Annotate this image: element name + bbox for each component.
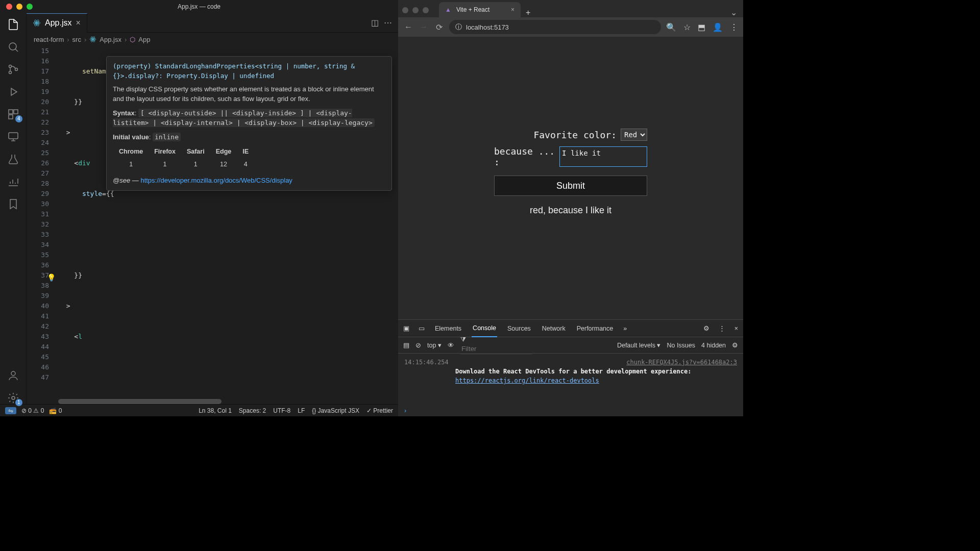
bookmark-icon[interactable] xyxy=(7,198,19,210)
favorite-color-label: Favorite color: xyxy=(533,130,617,140)
why-textarea[interactable] xyxy=(559,146,647,167)
code-editor[interactable]: 1516171819202122232425262728293031323334… xyxy=(27,46,398,404)
clear-console-icon[interactable]: ⊘ xyxy=(415,341,421,349)
encoding-indicator[interactable]: UTF-8 xyxy=(273,407,290,414)
context-selector[interactable]: top ▾ xyxy=(427,341,442,349)
hidden-count[interactable]: 4 hidden xyxy=(701,342,726,349)
favorite-color-select[interactable]: Red xyxy=(621,129,647,141)
radio-indicator[interactable]: 📻 0 xyxy=(49,407,62,414)
because-label: because ... : xyxy=(494,146,555,167)
editor-tab-app[interactable]: App.jsx × xyxy=(27,13,87,33)
devtools-tabs: ▣ ▭ Elements Console Sources Network Per… xyxy=(398,320,743,337)
close-window-icon[interactable] xyxy=(402,7,408,13)
more-tabs-icon[interactable]: » xyxy=(623,325,627,332)
explorer-icon[interactable] xyxy=(7,18,19,31)
run-debug-icon[interactable] xyxy=(7,86,19,98)
more-actions-icon[interactable]: ⋯ xyxy=(384,18,392,28)
filter-input[interactable] xyxy=(460,344,532,354)
react-devtools-link[interactable]: https://reactjs.org/link/react-devtools xyxy=(455,377,599,384)
devtools-close-icon[interactable]: × xyxy=(734,325,738,332)
account-icon[interactable] xyxy=(7,369,19,382)
horizontal-scrollbar[interactable] xyxy=(58,399,391,404)
source-control-icon[interactable] xyxy=(7,63,19,76)
fullscreen-window-icon[interactable] xyxy=(423,7,429,13)
tab-network[interactable]: Network xyxy=(541,320,567,337)
issues-indicator[interactable]: No Issues xyxy=(667,342,695,349)
console-settings-icon[interactable]: ⚙ xyxy=(732,341,738,349)
log-source[interactable]: chunk-REFQX4J5.js?v=661468a2:3 xyxy=(626,358,737,367)
formatter-indicator[interactable]: ✓ Prettier xyxy=(366,407,393,414)
submit-button[interactable]: Submit xyxy=(494,176,647,196)
console-output[interactable]: 14:15:46.254 chunk-REFQX4J5.js?v=661468a… xyxy=(398,354,743,405)
close-window-icon[interactable] xyxy=(6,4,12,10)
split-editor-icon[interactable]: ◫ xyxy=(371,18,379,28)
tab-elements[interactable]: Elements xyxy=(434,320,462,337)
zoom-icon[interactable]: 🔍 xyxy=(666,22,676,32)
urlbar[interactable]: ⓘ localhost:5173 xyxy=(449,20,661,34)
site-info-icon[interactable]: ⓘ xyxy=(455,22,462,32)
back-icon[interactable]: ← xyxy=(403,22,413,32)
indent-indicator[interactable]: Spaces: 2 xyxy=(239,407,266,414)
forward-icon[interactable]: → xyxy=(419,22,429,32)
reload-icon[interactable]: ⟳ xyxy=(434,22,444,32)
tooltip-syntax: [ <display-outside> || <display-inside> … xyxy=(113,109,375,128)
breadcrumb-item[interactable]: App xyxy=(138,36,150,43)
tab-sources[interactable]: Sources xyxy=(506,320,532,337)
svg-rect-4 xyxy=(9,110,13,114)
fullscreen-window-icon[interactable] xyxy=(27,4,33,10)
svg-rect-5 xyxy=(14,110,18,114)
problems-indicator[interactable]: ⊘ 0 ⚠ 0 xyxy=(21,407,44,414)
tooltip-mdn-link[interactable]: https://developer.mozilla.org/docs/Web/C… xyxy=(140,177,292,184)
editor-tab-actions: ◫ ⋯ xyxy=(371,18,398,28)
minimize-window-icon[interactable] xyxy=(16,4,22,10)
breadcrumb[interactable]: react-form› src› App.jsx› ⬡ App xyxy=(27,33,398,46)
bookmark-star-icon[interactable]: ☆ xyxy=(683,22,691,32)
settings-gear-icon[interactable]: 1 xyxy=(7,392,19,404)
tooltip-description: The display CSS property sets whether an… xyxy=(113,84,385,104)
activity-bar: 4 1 xyxy=(0,13,27,404)
log-levels[interactable]: Default levels ▾ xyxy=(617,341,661,349)
kebab-menu-icon[interactable]: ⋮ xyxy=(730,22,738,32)
profile-icon[interactable]: 👤 xyxy=(713,22,723,32)
eol-indicator[interactable]: LF xyxy=(298,407,305,414)
testing-icon[interactable] xyxy=(7,153,19,165)
new-tab-icon[interactable]: + xyxy=(521,8,535,17)
tab-overflow-icon[interactable]: ⌄ xyxy=(724,8,743,17)
live-expression-icon[interactable]: 👁 xyxy=(448,342,454,349)
svg-point-2 xyxy=(9,71,11,74)
tooltip-see-label: @see — xyxy=(113,177,139,184)
close-tab-icon[interactable]: × xyxy=(76,18,80,28)
language-mode[interactable]: {} JavaScript JSX xyxy=(312,407,359,414)
browser-tab[interactable]: ▲ Vite + React × xyxy=(439,2,521,17)
page-content: Favorite color: Red because ... : Submit… xyxy=(398,37,743,319)
remote-indicator[interactable]: ⇋ xyxy=(5,407,16,414)
inspect-icon[interactable]: ▣ xyxy=(403,324,409,332)
devtools-menu-icon[interactable]: ⋮ xyxy=(719,324,725,332)
tab-performance[interactable]: Performance xyxy=(576,320,615,337)
browser-tabstrip: ▲ Vite + React × + ⌄ xyxy=(398,0,743,17)
svg-point-14 xyxy=(92,39,93,40)
install-app-icon[interactable]: ⬒ xyxy=(698,22,705,32)
extensions-icon[interactable]: 4 xyxy=(7,108,19,120)
settings-badge: 1 xyxy=(15,399,22,406)
minimize-window-icon[interactable] xyxy=(412,7,419,13)
devtools-settings-icon[interactable]: ⚙ xyxy=(703,324,709,332)
react-file-icon xyxy=(89,36,96,43)
breadcrumb-item[interactable]: react-form xyxy=(34,36,64,43)
close-tab-icon[interactable]: × xyxy=(511,6,514,13)
tab-console[interactable]: Console xyxy=(472,320,497,337)
console-sidebar-icon[interactable]: ▤ xyxy=(403,341,409,349)
device-toggle-icon[interactable]: ▭ xyxy=(419,324,425,332)
svg-rect-6 xyxy=(9,115,13,119)
console-prompt[interactable]: › xyxy=(398,405,743,416)
graph-icon[interactable] xyxy=(7,176,19,188)
remote-icon[interactable] xyxy=(7,131,19,143)
cursor-position[interactable]: Ln 38, Col 1 xyxy=(199,407,232,414)
breadcrumb-item[interactable]: src xyxy=(72,36,81,43)
window-controls xyxy=(0,4,33,10)
breadcrumb-item[interactable]: App.jsx xyxy=(100,36,121,43)
editor-titlebar: App.jsx — code xyxy=(0,0,398,13)
lightbulb-icon[interactable]: 💡 xyxy=(47,272,56,283)
search-icon[interactable] xyxy=(7,41,19,53)
editor-window: App.jsx — code 4 1 App.jsx × xyxy=(0,0,398,416)
